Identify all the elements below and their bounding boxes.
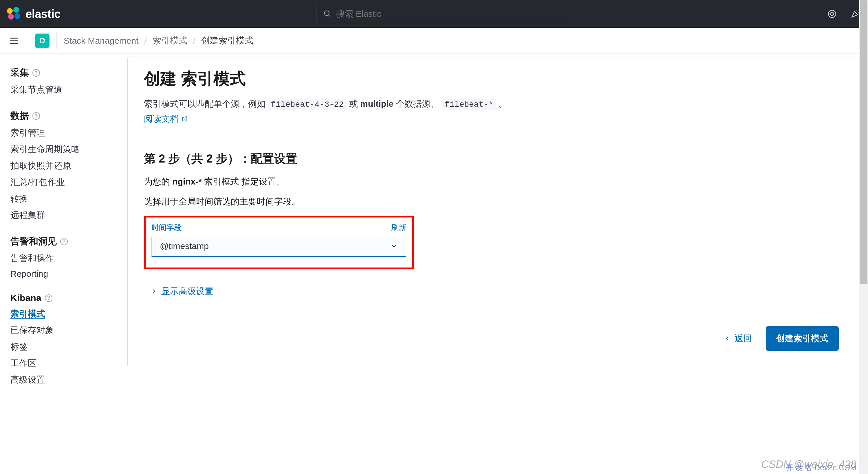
brand-name: elastic (26, 7, 61, 21)
sidebar-section-ingest: 采集 ? (10, 67, 117, 79)
elastic-logo-icon (7, 7, 21, 21)
page-description: 索引模式可以匹配单个源，例如 filebeat-4-3-22 或 multipl… (144, 97, 839, 111)
help-icon[interactable]: ? (32, 69, 40, 77)
svg-line-4 (857, 11, 857, 11)
sub-header: D Stack Management / 索引模式 / 创建索引模式 (0, 28, 868, 54)
back-button[interactable]: 返回 (724, 333, 752, 344)
sidebar-item-reporting[interactable]: Reporting (10, 269, 117, 279)
time-field-select[interactable]: @timestamp (151, 236, 406, 257)
chevron-down-icon (390, 242, 398, 250)
global-search[interactable] (316, 5, 571, 23)
sidebar-item-index-patterns[interactable]: 索引模式 (10, 308, 117, 320)
breadcrumb: Stack Management / 索引模式 / 创建索引模式 (64, 35, 253, 46)
top-navbar: elastic (0, 0, 868, 28)
example-code-2: filebeat-* (442, 99, 496, 110)
svg-line-5 (858, 10, 859, 10)
sidebar-item-alerts-actions[interactable]: 告警和操作 (10, 252, 117, 264)
help-icon[interactable]: ? (45, 295, 53, 302)
scrollbar-track[interactable] (859, 0, 868, 474)
highlight-annotation-box: 时间字段 刷新 @timestamp (144, 216, 414, 269)
search-input[interactable] (336, 9, 564, 19)
menu-toggle-button[interactable] (7, 34, 21, 48)
chevron-left-icon (724, 335, 731, 342)
svg-point-2 (828, 10, 836, 18)
sidebar-item-spaces[interactable]: 工作区 (10, 358, 117, 369)
time-field-value: @timestamp (160, 241, 209, 251)
space-avatar[interactable]: D (35, 34, 50, 48)
svg-point-0 (324, 11, 329, 15)
sidebar-item-remote-clusters[interactable]: 远程集群 (10, 209, 117, 221)
read-docs-link[interactable]: 阅读文档 (144, 113, 188, 125)
sidebar-item-transform[interactable]: 转换 (10, 193, 117, 205)
newsfeed-icon[interactable] (826, 8, 838, 20)
step-title: 第 2 步（共 2 步）：配置设置 (144, 151, 839, 167)
sidebar-item-saved-objects[interactable]: 已保存对象 (10, 325, 117, 336)
breadcrumb-level1[interactable]: 索引模式 (153, 35, 187, 46)
scrollbar-thumb[interactable] (860, 0, 867, 284)
create-index-pattern-button[interactable]: 创建索引模式 (766, 326, 839, 351)
breadcrumb-current: 创建索引模式 (201, 35, 253, 46)
sidebar-item-snapshot[interactable]: 拍取快照并还原 (10, 160, 117, 172)
refresh-link[interactable]: 刷新 (391, 223, 406, 233)
breadcrumb-root[interactable]: Stack Management (64, 36, 138, 46)
form-description-2: 选择用于全局时间筛选的主要时间字段。 (144, 196, 839, 208)
sidebar-item-rollup[interactable]: 汇总/打包作业 (10, 176, 117, 188)
svg-line-1 (328, 15, 330, 17)
form-description-1: 为您的 nginx-* 索引模式 指定设置。 (144, 176, 839, 188)
time-field-label: 时间字段 (151, 223, 182, 233)
watermark-text: CSDN @weixin_438 (761, 459, 857, 471)
chevron-right-icon (151, 288, 157, 295)
watermark-text-2: 开 发 者 DevZe.COM (786, 463, 857, 473)
show-advanced-toggle[interactable]: 显示高级设置 (151, 285, 213, 297)
sidebar-item-ilm[interactable]: 索引生命周期策略 (10, 143, 117, 155)
sidebar: 采集 ? 采集节点管道 数据 ? 索引管理 索引生命周期策略 拍取快照并还原 汇… (0, 54, 127, 397)
sidebar-item-index-management[interactable]: 索引管理 (10, 127, 117, 139)
help-icon[interactable]: ? (60, 238, 68, 245)
external-link-icon (182, 116, 188, 122)
divider (144, 139, 839, 139)
sidebar-item-advanced-settings[interactable]: 高级设置 (10, 374, 117, 386)
svg-point-3 (830, 12, 834, 15)
page-title: 创建 索引模式 (144, 68, 839, 90)
sidebar-section-alerts: 告警和洞见 ? (10, 235, 117, 248)
sidebar-section-data: 数据 ? (10, 110, 117, 122)
main-panel: 创建 索引模式 索引模式可以匹配单个源，例如 filebeat-4-3-22 或… (127, 56, 855, 367)
sidebar-section-kibana: Kibana ? (10, 293, 117, 303)
search-icon (323, 10, 332, 18)
example-code-1: filebeat-4-3-22 (268, 99, 347, 110)
sidebar-item-tags[interactable]: 标签 (10, 341, 117, 353)
sidebar-item-ingest-pipelines[interactable]: 采集节点管道 (10, 84, 117, 96)
help-icon[interactable]: ? (32, 112, 40, 120)
